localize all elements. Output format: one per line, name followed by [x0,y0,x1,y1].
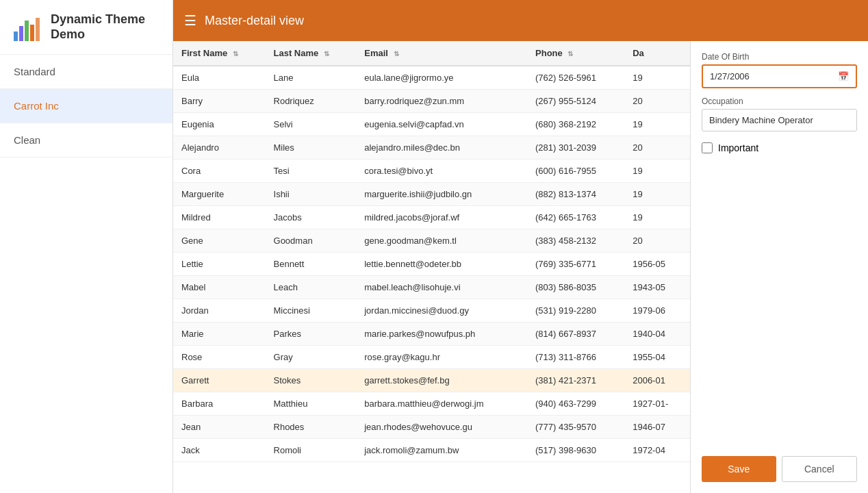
cell-last: Matthieu [266,392,357,416]
cell-phone: (680) 368-2192 [527,113,624,136]
svg-rect-3 [30,25,34,41]
svg-rect-2 [25,21,29,41]
cell-phone: (531) 919-2280 [527,299,624,323]
cancel-button[interactable]: Cancel [782,456,858,482]
cell-first: Eugenia [173,113,266,136]
cell-email: barry.rodriquez@zun.mm [356,90,527,113]
table-row[interactable]: GarrettStokesgarrett.stokes@fef.bg(381) … [173,369,690,392]
dob-value: 1/27/2006 [710,71,750,81]
cell-last: Tesi [266,160,357,183]
cell-first: Marie [173,323,266,346]
cell-email: marie.parkes@nowufpus.ph [356,323,527,346]
dob-label: Date Of Birth [702,52,857,62]
table-row[interactable]: LettieBennettlettie.bennett@odeter.bb(76… [173,253,690,276]
table-row[interactable]: MabelLeachmabel.leach@lisohuje.vi(803) 5… [173,276,690,299]
logo-icon [11,11,44,44]
table-row[interactable]: JordanMiccinesijordan.miccinesi@duod.gy(… [173,299,690,323]
cell-last: Miccinesi [266,299,357,323]
sidebar-item-carrot-inc[interactable]: Carrot Inc [0,89,173,123]
col-email[interactable]: Email ⇅ [356,41,527,66]
sidebar: Dynamic ThemeDemo Standard Carrot Inc Cl… [0,0,173,493]
table-row[interactable]: MarieParkesmarie.parkes@nowufpus.ph(814)… [173,323,690,346]
col-first-name[interactable]: First Name ⇅ [173,41,266,66]
cell-phone: (814) 667-8937 [527,323,624,346]
table-row[interactable]: EulaLaneeula.lane@jigrormo.ye(762) 526-5… [173,66,690,90]
cell-last: Bennett [266,253,357,276]
cell-last: Selvi [266,113,357,136]
save-button[interactable]: Save [702,456,776,482]
cell-phone: (803) 586-8035 [527,276,624,299]
dob-input[interactable]: 1/27/2006 📅 [702,64,857,88]
svg-rect-0 [14,31,18,41]
cell-first: Alejandro [173,136,266,160]
table-row[interactable]: AlejandroMilesalejandro.miles@dec.bn(281… [173,136,690,160]
cell-email: eugenia.selvi@capfad.vn [356,113,527,136]
cell-phone: (281) 301-2039 [527,136,624,160]
cell-first: Jack [173,439,266,462]
important-checkbox[interactable] [702,142,713,153]
cell-dob: 1927-01- [624,392,690,416]
hamburger-icon[interactable]: ☰ [184,12,196,29]
occupation-field-group: Occupation [702,97,857,131]
cell-last: Romoli [266,439,357,462]
table-row[interactable]: MargueriteIshiimarguerite.ishii@judbilo.… [173,183,690,206]
col-dob[interactable]: Da [624,41,690,66]
cell-first: Jean [173,416,266,439]
svg-rect-4 [36,18,40,41]
cell-last: Jacobs [266,206,357,229]
sidebar-item-clean[interactable]: Clean [0,123,173,157]
table-row[interactable]: BarryRodriquezbarry.rodriquez@zun.mm(267… [173,90,690,113]
important-label: Important [718,142,758,153]
cell-phone: (383) 458-2132 [527,229,624,253]
sidebar-item-standard[interactable]: Standard [0,55,173,89]
table-row[interactable]: JeanRhodesjean.rhodes@wehovuce.gu(777) 4… [173,416,690,439]
table-row[interactable]: GeneGoodmangene.goodman@kem.tl(383) 458-… [173,229,690,253]
table-row[interactable]: EugeniaSelvieugenia.selvi@capfad.vn(680)… [173,113,690,136]
cell-first: Rose [173,346,266,369]
cell-dob: 2006-01 [624,369,690,392]
cell-last: Leach [266,276,357,299]
table-row[interactable]: JackRomolijack.romoli@zamum.bw(517) 398-… [173,439,690,462]
table-row[interactable]: CoraTesicora.tesi@bivo.yt(600) 616-79551… [173,160,690,183]
cell-dob: 19 [624,160,690,183]
cell-phone: (267) 955-5124 [527,90,624,113]
cell-last: Miles [266,136,357,160]
cell-dob: 20 [624,136,690,160]
cell-email: barbara.matthieu@derwogi.jm [356,392,527,416]
cell-dob: 1956-05 [624,253,690,276]
cell-first: Mildred [173,206,266,229]
cell-last: Stokes [266,369,357,392]
sort-icon-email: ⇅ [394,50,399,58]
col-phone[interactable]: Phone ⇅ [527,41,624,66]
cell-phone: (517) 398-9630 [527,439,624,462]
svg-rect-1 [19,26,23,41]
cell-first: Cora [173,160,266,183]
cell-email: rose.gray@kagu.hr [356,346,527,369]
cell-phone: (769) 335-6771 [527,253,624,276]
cell-first: Barry [173,90,266,113]
occupation-label: Occupation [702,97,857,106]
cell-first: Barbara [173,392,266,416]
cell-last: Lane [266,66,357,90]
table-row[interactable]: BarbaraMatthieubarbara.matthieu@derwogi.… [173,392,690,416]
cell-phone: (940) 463-7299 [527,392,624,416]
cell-last: Parkes [266,323,357,346]
cell-last: Rhodes [266,416,357,439]
table-row[interactable]: MildredJacobsmildred.jacobs@joraf.wf(642… [173,206,690,229]
col-last-name[interactable]: Last Name ⇅ [266,41,357,66]
sort-icon-last: ⇅ [324,50,329,58]
cell-first: Jordan [173,299,266,323]
cell-dob: 1943-05 [624,276,690,299]
cell-email: jean.rhodes@wehovuce.gu [356,416,527,439]
cell-dob: 1946-07 [624,416,690,439]
table-row[interactable]: RoseGrayrose.gray@kagu.hr(713) 311-87661… [173,346,690,369]
sort-icon-first: ⇅ [233,50,238,58]
cell-first: Gene [173,229,266,253]
occupation-input[interactable] [702,109,857,131]
app-title: Dynamic ThemeDemo [51,12,145,42]
data-table-container[interactable]: First Name ⇅ Last Name ⇅ Email ⇅ Phone ⇅… [173,41,690,493]
dob-field-group: Date Of Birth 1/27/2006 📅 [702,52,857,88]
cell-email: gene.goodman@kem.tl [356,229,527,253]
cell-email: alejandro.miles@dec.bn [356,136,527,160]
cell-first: Marguerite [173,183,266,206]
